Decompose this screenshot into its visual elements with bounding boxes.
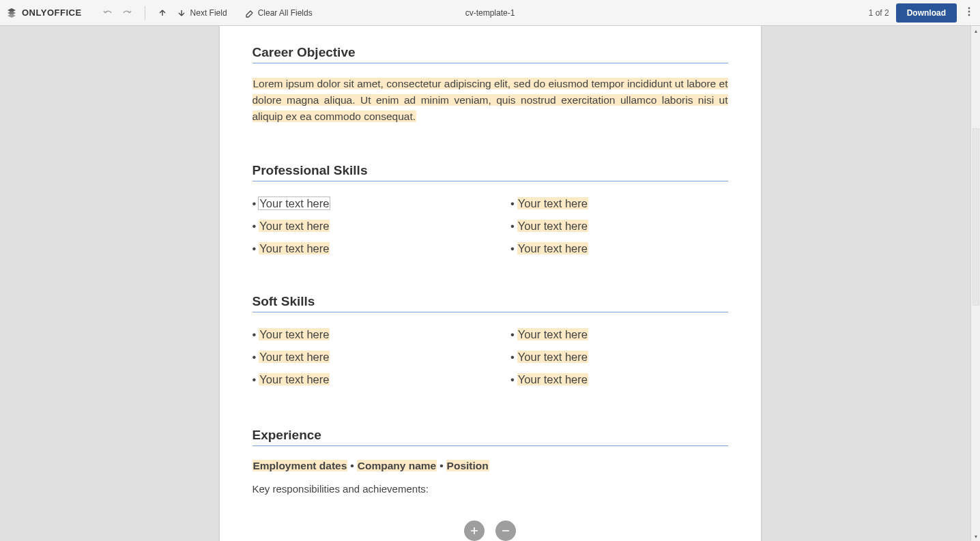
- field-skill[interactable]: Your text here: [517, 373, 588, 385]
- career-objective-body: Lorem ipsum dolor sit amet, consectetur …: [253, 76, 728, 125]
- section-title-soft-skills: Soft Skills: [253, 260, 728, 312]
- toolbar: ONLYOFFICE Next Field Clear All Fields c…: [0, 0, 980, 26]
- list-item: •Your text here: [510, 237, 728, 260]
- scroll-down-arrow[interactable]: ▾: [971, 531, 980, 541]
- clear-all-label: Clear All Fields: [258, 8, 313, 18]
- field-skill[interactable]: Your text here: [259, 197, 330, 209]
- next-field-label: Next Field: [190, 8, 227, 18]
- field-skill[interactable]: Your text here: [517, 328, 588, 340]
- field-career-objective[interactable]: Lorem ipsum dolor sit amet, consectetur …: [253, 78, 728, 122]
- list-item: •Your text here: [253, 237, 470, 260]
- page-indicator: 1 of 2: [869, 8, 889, 18]
- redo-button[interactable]: [117, 5, 136, 21]
- zoom-out-button[interactable]: [495, 521, 516, 541]
- redo-icon: [121, 8, 132, 18]
- section-title-professional-skills: Professional Skills: [253, 125, 728, 181]
- list-item: •Your text here: [510, 323, 728, 346]
- undo-button[interactable]: [98, 5, 117, 21]
- field-skill[interactable]: Your text here: [259, 242, 330, 254]
- field-skill[interactable]: Your text here: [259, 351, 330, 363]
- experience-subheading: Key responsibilities and achievements:: [253, 483, 728, 495]
- vertical-scrollbar[interactable]: ▴ ▾: [970, 26, 980, 541]
- arrow-up-icon: [158, 8, 167, 18]
- field-skill[interactable]: Your text here: [517, 242, 588, 254]
- plus-icon: [470, 526, 479, 536]
- field-company-name[interactable]: Company name: [357, 460, 437, 471]
- eraser-icon: [244, 8, 254, 18]
- list-item: •Your text here: [510, 346, 728, 368]
- logo-icon: [5, 7, 18, 19]
- document-viewport: Career Objective Lorem ipsum dolor sit a…: [0, 26, 980, 541]
- svg-point-1: [968, 10, 970, 12]
- field-skill[interactable]: Your text here: [517, 197, 588, 209]
- scroll-up-arrow[interactable]: ▴: [971, 26, 980, 35]
- more-menu-button[interactable]: [964, 4, 975, 22]
- list-item: •Your text here: [253, 192, 470, 215]
- arrow-down-icon: [177, 8, 186, 18]
- field-skill[interactable]: Your text here: [259, 220, 330, 232]
- page-controls: [253, 521, 728, 541]
- app-logo: ONLYOFFICE: [5, 7, 82, 19]
- list-item: •Your text here: [510, 192, 728, 215]
- next-field-button[interactable]: Next Field: [171, 5, 233, 20]
- undo-icon: [102, 8, 113, 18]
- list-item: •Your text here: [253, 368, 470, 391]
- list-item: •Your text here: [253, 215, 470, 237]
- scrollbar-thumb[interactable]: [972, 128, 979, 306]
- logo-text: ONLYOFFICE: [22, 8, 82, 18]
- kebab-icon: [968, 7, 970, 16]
- prev-field-button[interactable]: [154, 5, 171, 20]
- list-item: •Your text here: [510, 215, 728, 237]
- list-item: •Your text here: [253, 323, 470, 346]
- section-title-experience: Experience: [253, 391, 728, 446]
- download-button[interactable]: Download: [896, 3, 957, 23]
- field-employment-dates[interactable]: Employment dates: [253, 460, 348, 471]
- document-page: Career Objective Lorem ipsum dolor sit a…: [220, 26, 761, 541]
- minus-icon: [501, 526, 510, 536]
- field-skill[interactable]: Your text here: [517, 220, 588, 232]
- list-item: •Your text here: [510, 368, 728, 391]
- soft-skills-grid: •Your text here •Your text here •Your te…: [253, 323, 728, 391]
- svg-point-0: [968, 7, 970, 9]
- field-position[interactable]: Position: [446, 460, 489, 471]
- clear-all-button[interactable]: Clear All Fields: [238, 5, 318, 20]
- section-title-career-objective: Career Objective: [253, 26, 728, 63]
- zoom-in-button[interactable]: [464, 521, 485, 541]
- toolbar-separator: [145, 6, 145, 20]
- field-skill[interactable]: Your text here: [517, 351, 588, 363]
- list-item: •Your text here: [253, 346, 470, 368]
- field-skill[interactable]: Your text here: [259, 373, 330, 385]
- file-name: cv-template-1: [465, 8, 515, 18]
- svg-point-2: [968, 14, 970, 16]
- professional-skills-grid: •Your text here •Your text here •Your te…: [253, 192, 728, 260]
- field-skill[interactable]: Your text here: [259, 328, 330, 340]
- experience-header-line: Employment dates•Company name•Position: [253, 460, 728, 472]
